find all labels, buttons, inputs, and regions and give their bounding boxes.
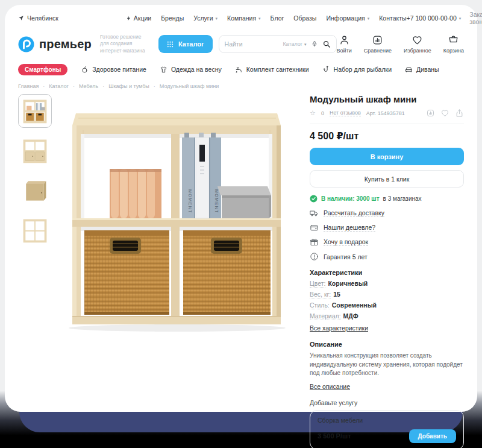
menu-item-looks[interactable]: Образы	[293, 14, 316, 22]
header: премьер Готовое решение для создания инт…	[18, 29, 464, 59]
share-icon[interactable]	[455, 109, 464, 118]
breadcrumb-catalog[interactable]: Каталог	[49, 83, 69, 89]
divider	[310, 124, 464, 124]
product-price: 4 500 ₽/шт	[310, 130, 464, 142]
location-arrow-icon	[18, 15, 24, 21]
user-icon	[339, 34, 350, 46]
main-content: MOMENT MOMENT	[18, 94, 464, 448]
breadcrumb-cabinets[interactable]: Шкафы и тумбы	[108, 83, 149, 89]
all-specs-link[interactable]: Все характеристики	[310, 324, 368, 332]
category-plumbing-kit[interactable]: Комплект сантехники	[235, 66, 309, 74]
thumbnail-4[interactable]	[18, 213, 52, 247]
logo[interactable]: премьер	[18, 36, 92, 52]
category-fishing-set[interactable]: Набор для рыбалки	[322, 66, 392, 74]
category-sofas[interactable]: Диваны	[405, 66, 439, 74]
product-meta: ☆ 0 Нет отзывов Арт. 154935781	[310, 109, 464, 118]
gift-link[interactable]: Хочу в подарок	[310, 238, 464, 247]
page-card: Челябинск Акции Бренды Услуги▾ Компания▾…	[5, 5, 477, 412]
compare-button[interactable]: Сравнение	[364, 34, 392, 54]
separator: ·	[102, 83, 104, 89]
menu-item-company[interactable]: Компания▾	[227, 14, 261, 22]
buy-one-click-button[interactable]: Купить в 1 клик	[310, 170, 464, 188]
product-info: Модульный шкаф мини ☆ 0 Нет отзывов Арт.…	[310, 94, 464, 448]
favorites-button[interactable]: Избранное	[404, 34, 431, 54]
warranty-label: Гарантия 5 лет	[310, 252, 464, 261]
service-name: Сборка мебели	[318, 417, 456, 424]
lightning-icon	[126, 15, 131, 22]
svg-text:MOMENT: MOMENT	[214, 189, 219, 213]
sofa-icon	[405, 66, 413, 74]
fishing-hook-icon	[322, 66, 330, 74]
service-card: Сборка мебели 3 500 Р/шт Добавить	[310, 410, 464, 448]
guarantee-icon	[310, 252, 319, 261]
separator: ·	[154, 83, 155, 89]
stock-available[interactable]: В наличии: 3000 шт	[321, 195, 380, 202]
add-to-cart-button[interactable]: В корзину	[310, 148, 464, 165]
separator: ·	[73, 83, 75, 89]
apple-icon	[81, 66, 89, 74]
breadcrumb-furniture[interactable]: Мебель	[79, 83, 98, 89]
login-button[interactable]: Войти	[337, 34, 352, 54]
specs-heading: Характеристики	[310, 269, 464, 276]
delivery-calc-link[interactable]: Рассчитать доставку	[310, 209, 464, 218]
menu-item-brands[interactable]: Бренды	[161, 14, 184, 22]
gift-icon	[310, 238, 319, 247]
thumbnail-3[interactable]	[18, 174, 52, 207]
stock-stores: в 3 магазинах	[383, 195, 422, 202]
description-text: Уникальная конструкция позволяет создать…	[310, 352, 464, 378]
category-bar: Смартфоны Здоровое питание Одежда на вес…	[18, 62, 464, 77]
promo-pill-smartphones[interactable]: Смартфоны	[18, 64, 67, 75]
check-circle-icon	[310, 195, 318, 203]
truck-icon	[310, 209, 319, 218]
menu-item-services[interactable]: Услуги▾	[193, 14, 218, 22]
description-heading: Описание	[310, 341, 464, 348]
thumb-cube-insert	[20, 176, 49, 205]
sku: Арт. 154935781	[366, 110, 405, 116]
header-actions: Войти Сравнение Избранное Корзина	[337, 34, 464, 54]
quick-links: Рассчитать доставку Нашли дешевле? Хочу …	[310, 209, 464, 261]
cart-icon	[448, 34, 459, 46]
menu-item-contacts[interactable]: Контакты	[379, 14, 406, 22]
faucet-icon	[235, 66, 243, 74]
logo-icon	[18, 36, 34, 52]
breadcrumb-home[interactable]: Главная	[18, 83, 39, 89]
thumb-empty-shelf	[20, 216, 49, 245]
thumbnail-list	[18, 94, 52, 448]
breadcrumb-current: Модульный шкаф мини	[160, 83, 219, 89]
rating-value: 0	[321, 110, 324, 116]
top-bar: Челябинск Акции Бренды Услуги▾ Компания▾…	[18, 10, 464, 27]
category-healthy-food[interactable]: Здоровое питание	[81, 66, 146, 74]
all-description-link[interactable]: Все описание	[310, 383, 350, 390]
search-icon[interactable]	[322, 40, 331, 48]
catalog-button[interactable]: Каталог	[158, 35, 213, 53]
thumb-shelf-with-baskets	[20, 96, 49, 125]
chevron-down-icon: ▾	[216, 16, 218, 21]
city-selector[interactable]: Челябинск	[18, 14, 58, 22]
search-scope-dropdown[interactable]: Каталог ▾	[283, 41, 306, 47]
chevron-down-icon: ▾	[304, 42, 307, 46]
search-input[interactable]	[225, 40, 283, 48]
product-photo[interactable]: MOMENT MOMENT	[59, 94, 295, 336]
menu-item-promos[interactable]: Акции	[126, 14, 151, 22]
phone-dropdown[interactable]: +7 100 000-00-00 ▾	[407, 14, 462, 22]
service-price: 3 500 Р/шт	[318, 432, 351, 440]
logo-text: премьер	[39, 37, 92, 51]
wallet-icon	[310, 223, 319, 232]
heart-icon[interactable]	[440, 109, 449, 118]
microphone-icon[interactable]	[311, 40, 318, 48]
menu-item-info[interactable]: Информация▾	[326, 14, 369, 22]
heart-icon	[412, 34, 423, 46]
found-cheaper-link[interactable]: Нашли дешевле?	[310, 223, 464, 232]
page-title: Модульный шкаф мини	[310, 94, 464, 104]
menu-item-blog[interactable]: Блог	[271, 14, 284, 22]
thumbnail-1-selected[interactable]	[18, 94, 52, 128]
callback-link[interactable]: Заказать звонок	[469, 11, 482, 25]
thumbnail-2[interactable]	[18, 134, 52, 168]
compare-icon[interactable]	[426, 109, 435, 118]
add-service-button[interactable]: Добавить	[409, 429, 456, 443]
category-spring-clothes[interactable]: Одежда на весну	[160, 66, 222, 74]
top-menu: Акции Бренды Услуги▾ Компания▾ Блог Обра…	[126, 14, 407, 22]
reviews-link[interactable]: Нет отзывов	[330, 110, 361, 116]
cart-button[interactable]: Корзина	[443, 34, 464, 54]
search-box: Каталог ▾	[219, 35, 337, 53]
